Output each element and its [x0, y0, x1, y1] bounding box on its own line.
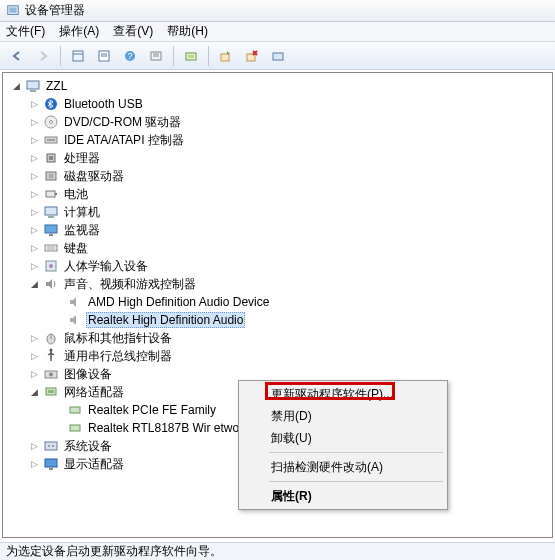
sound-icon [43, 276, 59, 292]
toolbar-help-icon[interactable]: ? [119, 45, 141, 67]
expander-icon[interactable] [28, 116, 40, 128]
expander-icon[interactable] [28, 152, 40, 164]
expander-icon[interactable] [28, 98, 40, 110]
expander-icon[interactable] [28, 350, 40, 362]
tree-category-hid[interactable]: 人体学输入设备 [5, 257, 550, 275]
tree-category-dvd[interactable]: DVD/CD-ROM 驱动器 [5, 113, 550, 131]
window-title: 设备管理器 [25, 2, 85, 19]
mouse-icon [43, 330, 59, 346]
system-icon [43, 438, 59, 454]
toolbar-show-icon[interactable] [67, 45, 89, 67]
menu-file[interactable]: 文件(F) [6, 23, 45, 40]
cpu-icon [43, 150, 59, 166]
tree-category-usb[interactable]: 通用串行总线控制器 [5, 347, 550, 365]
context-properties[interactable]: 属性(R) [241, 485, 445, 507]
context-separator [269, 481, 443, 482]
svg-rect-13 [188, 55, 194, 58]
device-label: Realtek PCIe FE Family [86, 403, 218, 417]
svg-point-27 [49, 174, 54, 179]
tree-category-disk[interactable]: 磁盘驱动器 [5, 167, 550, 185]
category-label: 网络适配器 [62, 384, 126, 401]
toolbar-config-icon[interactable] [267, 45, 289, 67]
bluetooth-icon [43, 96, 59, 112]
context-disable[interactable]: 禁用(D) [241, 405, 445, 427]
svg-point-49 [48, 445, 50, 447]
titlebar: 设备管理器 [0, 0, 555, 22]
expander-icon[interactable] [28, 458, 40, 470]
expander-icon[interactable] [28, 386, 40, 398]
statusbar: 为选定设备启动更新驱动程序软件向导。 [0, 542, 555, 560]
expander-icon[interactable] [28, 224, 40, 236]
menubar: 文件(F) 操作(A) 查看(V) 帮助(H) [0, 22, 555, 42]
device-label: AMD High Definition Audio Device [86, 295, 271, 309]
category-label: IDE ATA/ATAPI 控制器 [62, 132, 186, 149]
expander-icon[interactable] [28, 332, 40, 344]
net-device-icon [67, 402, 83, 418]
category-label: 鼠标和其他指针设备 [62, 330, 174, 347]
expander-icon[interactable] [28, 206, 40, 218]
sound-device-icon [67, 294, 83, 310]
svg-point-19 [45, 98, 57, 110]
expander-icon[interactable] [28, 260, 40, 272]
toolbar-props-icon[interactable] [93, 45, 115, 67]
menu-view[interactable]: 查看(V) [113, 23, 153, 40]
net-device-icon [67, 420, 83, 436]
expander-icon[interactable] [28, 242, 40, 254]
keyboard-icon [43, 240, 59, 256]
menu-action[interactable]: 操作(A) [59, 23, 99, 40]
statusbar-text: 为选定设备启动更新驱动程序软件向导。 [6, 543, 222, 560]
expander-icon[interactable] [28, 440, 40, 452]
expander-icon[interactable] [28, 134, 40, 146]
tree-category-keyboard[interactable]: 键盘 [5, 239, 550, 257]
category-label: 电池 [62, 186, 90, 203]
category-label: Bluetooth USB [62, 97, 145, 111]
tree-category-mouse[interactable]: 鼠标和其他指针设备 [5, 329, 550, 347]
toolbar-forward-icon[interactable] [32, 45, 54, 67]
svg-rect-33 [49, 234, 53, 236]
context-uninstall[interactable]: 卸载(U) [241, 427, 445, 449]
toolbar-scan-icon[interactable] [180, 45, 202, 67]
context-scan-hardware[interactable]: 扫描检测硬件改动(A) [241, 456, 445, 478]
tree-category-ide[interactable]: IDE ATA/ATAPI 控制器 [5, 131, 550, 149]
context-menu: 更新驱动程序软件(P)... 禁用(D) 卸载(U) 扫描检测硬件改动(A) 属… [238, 380, 448, 510]
expander-icon[interactable] [28, 368, 40, 380]
expander-icon[interactable] [28, 170, 40, 182]
expander-icon[interactable] [28, 278, 40, 290]
svg-rect-18 [30, 90, 36, 92]
svg-rect-17 [27, 81, 39, 89]
category-label: 声音、视频和游戏控制器 [62, 276, 198, 293]
tree-category-computer[interactable]: 计算机 [5, 203, 550, 221]
toolbar-back-icon[interactable] [6, 45, 28, 67]
expander-icon[interactable] [28, 188, 40, 200]
menu-help[interactable]: 帮助(H) [167, 23, 208, 40]
svg-rect-31 [48, 216, 54, 218]
toolbar-uninstall-icon[interactable] [241, 45, 263, 67]
svg-rect-16 [273, 53, 283, 60]
toolbar-list-icon[interactable] [145, 45, 167, 67]
svg-rect-25 [49, 156, 53, 160]
expander-icon[interactable] [10, 80, 22, 92]
tree-root[interactable]: ZZL [5, 77, 550, 95]
computer-icon [25, 78, 41, 94]
computer-icon [43, 204, 59, 220]
svg-point-21 [50, 121, 53, 124]
network-icon [43, 384, 59, 400]
context-update-driver[interactable]: 更新驱动程序软件(P)... [241, 383, 445, 405]
display-icon [43, 456, 59, 472]
ide-icon [43, 132, 59, 148]
tree-category-battery[interactable]: 电池 [5, 185, 550, 203]
toolbar-update-icon[interactable] [215, 45, 237, 67]
root-label: ZZL [44, 79, 69, 93]
category-label: 监视器 [62, 222, 102, 239]
battery-icon [43, 186, 59, 202]
tree-category-cpu[interactable]: 处理器 [5, 149, 550, 167]
tree-category-monitor[interactable]: 监视器 [5, 221, 550, 239]
sound-device-icon [67, 312, 83, 328]
hid-icon [43, 258, 59, 274]
tree-category-sound[interactable]: 声音、视频和游戏控制器 [5, 275, 550, 293]
category-label: 通用串行总线控制器 [62, 348, 174, 365]
toolbar-separator [60, 46, 61, 66]
tree-device-realtek-audio[interactable]: Realtek High Definition Audio [5, 311, 550, 329]
tree-category-bluetooth[interactable]: Bluetooth USB [5, 95, 550, 113]
tree-device-amd-audio[interactable]: AMD High Definition Audio Device [5, 293, 550, 311]
